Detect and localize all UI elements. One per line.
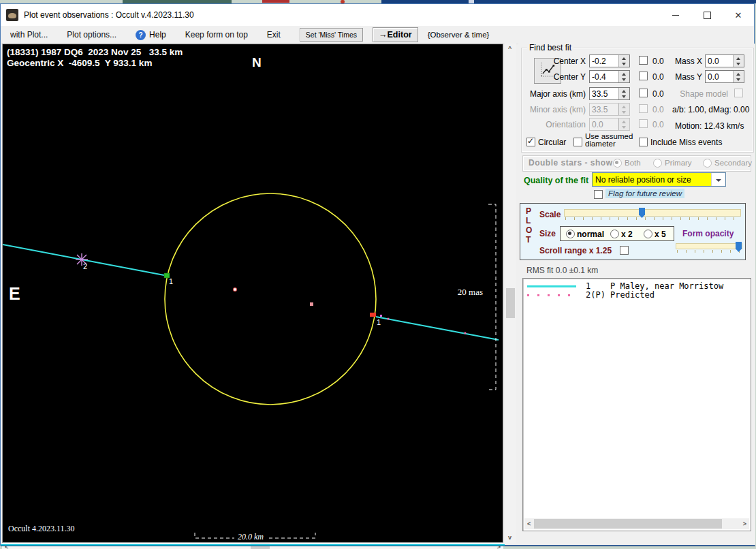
quality-of-fit-dropdown[interactable]: No reliable position or size [592,172,726,187]
minor-axis-fix-checkbox [639,104,648,113]
dropdown-arrow-icon[interactable] [711,173,725,186]
close-button[interactable]: ✕ [723,4,754,26]
form-opacity-label: Form opacity [682,229,734,238]
size-normal-radio[interactable] [566,230,575,238]
size-x2-radio[interactable] [610,230,619,238]
scale-slider-ticks [565,217,740,220]
orientation-fix-checkbox [639,119,648,128]
mas-scale-label: 20 mas [458,287,483,298]
window-bottom-border [1,546,755,546]
screen: Plot event observations : Occult v.4.202… [0,0,756,549]
major-axis-fix-value: 0.0 [652,89,664,99]
find-best-fit-group: Find best fit Center X -0.2 0.0 [521,48,754,153]
orientation-fix-value: 0.0 [652,120,664,129]
center-x-fix-checkbox[interactable] [639,56,648,65]
legend-scroll-left-icon[interactable]: < [527,521,531,527]
center-x-spinner[interactable] [618,55,629,67]
egress-tick [380,315,382,317]
double-stars-primary-radio [653,159,662,168]
mass-y-label: Mass Y [672,72,702,82]
menu-help[interactable]: ? Help [126,30,176,40]
scroll-range-checkbox[interactable] [620,246,629,255]
double-stars-secondary-radio [703,159,712,168]
opacity-slider[interactable] [676,243,742,249]
km-scale-label: 20.0 km [234,532,267,542]
north-label: N [252,55,262,70]
minor-axis-fix-value: 0.0 [652,105,664,114]
center-marker-open [234,288,237,292]
plot-letter-p: P [526,206,531,216]
size-normal-label: normal [577,230,604,239]
editor-button[interactable]: →Editor [373,27,418,42]
opacity-slider-ticks [677,250,741,253]
double-stars-group: Double stars - show Both Primary Seconda… [522,155,751,172]
mass-x-label: Mass X [672,57,702,66]
asteroid-ellipse [165,193,376,405]
mass-x-input[interactable]: 0.0 [705,54,744,67]
mass-y-spinner[interactable] [733,71,744,82]
major-axis-input[interactable]: 33.5 [589,87,630,100]
legend-horizontal-scrollbar[interactable]: < > [524,518,749,529]
orientation-input: 0.0 [589,118,630,131]
circular-checkbox[interactable] [526,138,535,146]
version-label: Occult 4.2023.11.30 [8,524,75,534]
help-icon: ? [136,30,146,40]
plot-letter-o: O [526,225,532,235]
major-axis-fix-checkbox[interactable] [639,89,648,97]
desktop-remnant [262,0,289,3]
orientation-label: Orientation [522,120,586,129]
set-miss-times-button[interactable]: Set 'Miss' Times [300,28,363,42]
plot-letter-l: L [526,216,531,225]
size-x5-radio[interactable] [644,230,652,238]
include-miss-events-label: Include Miss events [650,138,722,147]
observation-legend-list[interactable]: 1 P Maley, near Morristow 2(P) Predicted… [522,278,751,531]
major-axis-spinner[interactable] [618,88,629,99]
center-y-input[interactable]: -0.4 [589,70,630,83]
fit-panel: Find best fit Center X -0.2 0.0 [518,44,755,545]
center-x-input[interactable]: -0.2 [589,54,630,67]
window-title: Plot event observations : Occult v.4.202… [24,10,194,20]
plot-frame: (18331) 1987 DQ6 2023 Nov 25 33.5 km Geo… [2,44,503,543]
include-miss-events-checkbox[interactable] [639,138,648,146]
egress-marker [370,313,376,317]
menu-exit[interactable]: Exit [257,30,290,40]
observer-time-label: {Observer & time} [428,31,490,39]
scale-slider[interactable] [564,209,741,217]
scale-label: Scale [539,210,561,219]
legend-scroll-thumb[interactable] [534,519,722,529]
legend-scroll-right-icon[interactable]: > [743,521,746,527]
plot-vertical-scrollbar[interactable]: ^ v [505,44,516,543]
double-stars-both-radio [613,159,622,168]
shape-model-label: Shape model [672,89,728,99]
center-y-spinner[interactable] [618,71,629,82]
size-label: Size [539,229,556,238]
plot-graphics [3,44,502,542]
shape-model-checkbox [734,89,743,97]
size-x2-label: x 2 [621,230,633,239]
mas-scale-bracket [488,204,496,390]
use-assumed-diameter-checkbox[interactable] [573,138,582,146]
center-y-fix-checkbox[interactable] [639,72,648,80]
vscroll-thumb[interactable] [506,288,515,318]
mass-y-input[interactable]: 0.0 [705,70,744,83]
maximize-button[interactable] [691,4,723,26]
menu-plot-options[interactable]: Plot options... [57,30,126,40]
motion-text: Motion: 12.43 km/s [675,121,744,131]
scroll-down-icon[interactable]: v [508,535,511,541]
scroll-up-icon[interactable]: ^ [508,46,511,52]
quality-of-fit-value: No reliable position or size [593,173,711,186]
plot-title: (18331) 1987 DQ6 2023 Nov 25 33.5 km [7,47,183,57]
legend-name-1: P Maley, near Morristow [610,281,723,291]
menu-keep-on-top[interactable]: Keep form on top [176,30,257,40]
mass-x-spinner[interactable] [733,55,744,67]
flag-review-label: Flag for future review [605,189,684,198]
menu-with-plot[interactable]: with Plot... [1,30,57,40]
plot-canvas[interactable]: (18331) 1987 DQ6 2023 Nov 25 33.5 km Geo… [3,44,502,542]
predicted-dot [464,332,466,334]
occult-window: Plot event observations : Occult v.4.202… [0,3,755,546]
minimize-button[interactable] [660,4,691,26]
center-x-label: Center X [522,57,586,66]
double-stars-secondary-label: Secondary [714,159,752,167]
flag-review-checkbox[interactable] [594,190,603,199]
circular-label: Circular [538,138,566,147]
